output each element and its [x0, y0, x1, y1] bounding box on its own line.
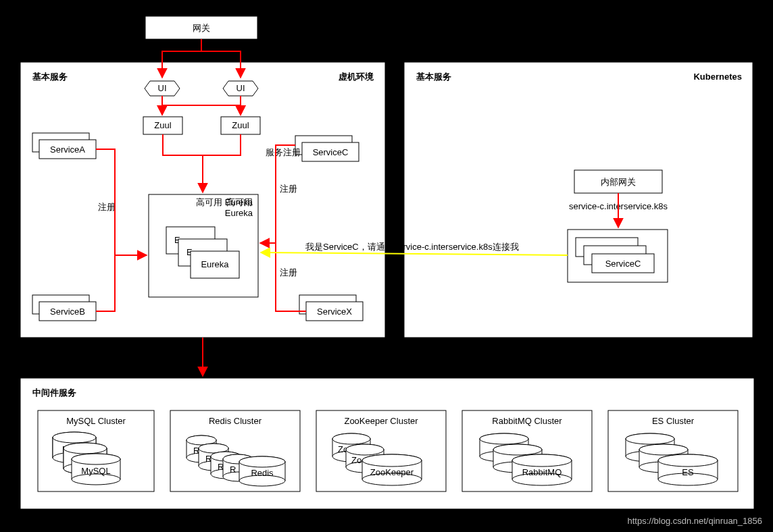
- yellow-msg: 我是ServiceC，请通过service-c.interservice.k8s…: [305, 242, 519, 252]
- k8s-title-right: Kubernetes: [693, 72, 742, 82]
- zk-cyl-3: ZooKeeper: [362, 454, 422, 485]
- ui-hex-2: UI: [223, 81, 258, 96]
- svg-text:Eureka: Eureka: [201, 259, 229, 269]
- rabbitmq-cluster: RabbitMQ Cluster Rabbi: [462, 410, 592, 491]
- svg-point-146: [512, 454, 572, 467]
- svg-point-125: [362, 454, 422, 467]
- svg-point-118: [346, 444, 384, 455]
- gateway-box: 网关: [145, 16, 257, 39]
- svg-text:ServiceB: ServiceB: [50, 307, 85, 317]
- internal-gateway-box: 内部网关: [574, 170, 662, 193]
- svg-point-140: [493, 444, 542, 455]
- zuul-box-1: Zuul: [143, 117, 182, 134]
- service-a-stack: ServiceA: [32, 133, 96, 159]
- service-x-stack: ServiceX: [299, 295, 363, 321]
- svg-text:MySQL Cluster: MySQL Cluster: [66, 416, 126, 426]
- svg-text:ZooKeeper Cluster: ZooKeeper Cluster: [344, 416, 418, 426]
- register-label-c: 注册: [280, 184, 297, 194]
- service-c-vm-stack: ServiceC: [295, 136, 359, 161]
- svg-point-111: [332, 433, 370, 444]
- svg-text:ServiceA: ServiceA: [50, 144, 85, 155]
- svg-text:Zuul: Zuul: [154, 120, 171, 130]
- svg-text:RabbitMQ Cluster: RabbitMQ Cluster: [492, 416, 562, 426]
- svg-text:ServiceC: ServiceC: [313, 147, 349, 157]
- svg-point-155: [626, 433, 674, 444]
- svg-text:ServiceX: ServiceX: [317, 307, 352, 317]
- svg-text:Redis Cluster: Redis Cluster: [209, 416, 262, 426]
- watermark: https://blog.csdn.net/qinruan_1856: [628, 516, 762, 526]
- redis-cyl-5: Redis: [239, 456, 285, 486]
- mysql-cluster: MySQL Cluster M M: [38, 410, 154, 491]
- k8s-container: 基本服务 Kubernetes 内部网关 service-c.interserv…: [404, 62, 753, 338]
- eureka-title-line1: 高可用: [226, 197, 253, 207]
- diagram-root: 网关 基本服务 虚机环境 UI UI Zuul Zuul ServiceA: [0, 0, 773, 532]
- zuul-box-2: Zuul: [221, 117, 260, 134]
- middleware-container: 中间件服务 MySQL Cluster M: [20, 378, 754, 509]
- svg-text:ES Cluster: ES Cluster: [652, 416, 695, 426]
- svg-point-58: [64, 443, 107, 454]
- svg-text:Redis: Redis: [251, 468, 274, 478]
- svg-point-134: [480, 433, 528, 444]
- svg-point-102: [239, 456, 285, 467]
- zookeeper-cluster: ZooKeeper Cluster Zoo Zoo: [316, 410, 446, 491]
- register-label-a: 注册: [98, 202, 116, 212]
- mysql-cylinder-3: MySQL: [72, 454, 120, 485]
- vm-env-container: 基本服务 虚机环境 UI UI Zuul Zuul ServiceA: [20, 62, 385, 338]
- service-c-k8s-stack: ServiceC: [568, 230, 668, 282]
- register-label-x: 注册: [280, 267, 297, 277]
- svg-point-48: [53, 432, 96, 443]
- vm-env-title-left: 基本服务: [32, 72, 68, 82]
- es-cyl-3: ES: [658, 454, 718, 485]
- svg-text:RabbitMQ: RabbitMQ: [522, 467, 562, 477]
- svg-text:内部网关: 内部网关: [601, 177, 636, 187]
- ui-hex-1: UI: [145, 81, 180, 96]
- svg-point-65: [72, 454, 120, 464]
- svg-text:UI: UI: [158, 83, 167, 93]
- vm-env-title-right: 虚机环境: [338, 72, 374, 82]
- gateway-label: 网关: [193, 23, 210, 33]
- svg-rect-31: [404, 62, 753, 338]
- eureka-title-line2: Eureka: [225, 208, 253, 218]
- es-cluster: ES Cluster ES: [608, 410, 738, 491]
- k8s-title-left: 基本服务: [416, 72, 451, 82]
- svg-text:Zuul: Zuul: [232, 120, 249, 130]
- service-register-label: 服务注册: [266, 147, 301, 157]
- svg-text:ServiceC: ServiceC: [605, 259, 641, 269]
- svg-point-161: [639, 444, 688, 455]
- middleware-title: 中间件服务: [32, 388, 76, 398]
- svg-text:ES: ES: [682, 467, 694, 477]
- svg-text:R: R: [230, 464, 236, 475]
- svg-text:ZooKeeper: ZooKeeper: [370, 467, 414, 477]
- redis-cluster: Redis Cluster R R: [170, 410, 300, 491]
- svg-text:MySQL: MySQL: [81, 466, 110, 476]
- eureka-container: 高可用 Eureka 高可用 Eureka E E Eureka: [149, 194, 258, 297]
- service-b-stack: ServiceB: [32, 295, 96, 321]
- svg-point-167: [658, 454, 718, 467]
- rmq-cyl-3: RabbitMQ: [512, 454, 572, 485]
- svg-text:UI: UI: [236, 83, 245, 93]
